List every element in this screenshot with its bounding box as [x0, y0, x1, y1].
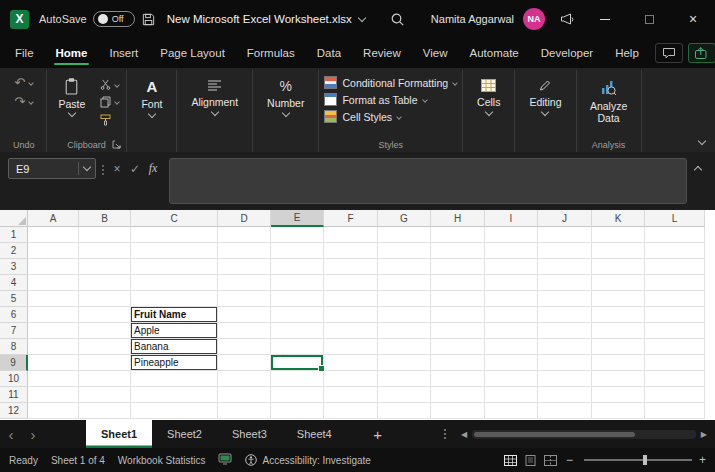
cell-J12[interactable] [538, 403, 592, 419]
accessibility-status-button[interactable]: Accessibility: Investigate [245, 454, 370, 466]
cell-B2[interactable] [79, 243, 131, 259]
cell-E1[interactable] [271, 227, 324, 243]
cell-K12[interactable] [592, 403, 645, 419]
cell-E5[interactable] [271, 291, 324, 307]
redo-button[interactable]: ↷ [14, 96, 33, 108]
cell-A10[interactable] [28, 371, 79, 387]
user-name[interactable]: Namita Aggarwal [431, 13, 514, 25]
cell-A3[interactable] [28, 259, 79, 275]
cell-H4[interactable] [431, 275, 485, 291]
cell-A12[interactable] [28, 403, 79, 419]
cell-E11[interactable] [271, 387, 324, 403]
column-header-F[interactable]: F [324, 210, 378, 227]
cell-K2[interactable] [592, 243, 645, 259]
feedback-button[interactable] [553, 5, 581, 33]
cell-G7[interactable] [378, 323, 431, 339]
cell-E8[interactable] [271, 339, 324, 355]
column-header-D[interactable]: D [218, 210, 271, 227]
paste-button[interactable]: Paste [52, 72, 93, 138]
cell-E4[interactable] [271, 275, 324, 291]
cell-I7[interactable] [485, 323, 538, 339]
column-header-C[interactable]: C [131, 210, 218, 227]
cell-D12[interactable] [218, 403, 271, 419]
row-header-9[interactable]: 9 [0, 355, 28, 371]
cell-C3[interactable] [131, 259, 218, 275]
sheet-tab-sheet1[interactable]: Sheet1 [86, 420, 152, 448]
cell-A4[interactable] [28, 275, 79, 291]
cell-L4[interactable] [645, 275, 705, 291]
cell-A6[interactable] [28, 307, 79, 323]
cell-C1[interactable] [131, 227, 218, 243]
cell-L8[interactable] [645, 339, 705, 355]
cell-L10[interactable] [645, 371, 705, 387]
cell-G10[interactable] [378, 371, 431, 387]
cell-D10[interactable] [218, 371, 271, 387]
cell-J5[interactable] [538, 291, 592, 307]
cell-C12[interactable] [131, 403, 218, 419]
cell-J3[interactable] [538, 259, 592, 275]
row-header-2[interactable]: 2 [0, 243, 28, 259]
collapse-ribbon-button[interactable] [698, 137, 706, 145]
autosave-toggle[interactable]: Off [93, 11, 135, 27]
cell-K9[interactable] [592, 355, 645, 371]
select-all-button[interactable] [0, 210, 28, 227]
menu-tab-file[interactable]: File [4, 38, 45, 68]
cell-H2[interactable] [431, 243, 485, 259]
row-header-5[interactable]: 5 [0, 291, 28, 307]
cell-G4[interactable] [378, 275, 431, 291]
cell-C2[interactable] [131, 243, 218, 259]
cell-J1[interactable] [538, 227, 592, 243]
cell-L7[interactable] [645, 323, 705, 339]
cell-D11[interactable] [218, 387, 271, 403]
cell-A8[interactable] [28, 339, 79, 355]
cell-B8[interactable] [79, 339, 131, 355]
sheet-tab-sheet2[interactable]: Sheet2 [152, 420, 217, 448]
cell-K3[interactable] [592, 259, 645, 275]
cell-H3[interactable] [431, 259, 485, 275]
search-button[interactable] [384, 5, 412, 33]
menu-tab-formulas[interactable]: Formulas [236, 38, 306, 68]
status-sheet-info[interactable]: Sheet 1 of 4 [51, 455, 105, 466]
cell-C6[interactable]: Fruit Name [131, 307, 218, 323]
alignment-menu-button[interactable]: Alignment [182, 72, 247, 152]
row-header-3[interactable]: 3 [0, 259, 28, 275]
cell-J2[interactable] [538, 243, 592, 259]
cell-I11[interactable] [485, 387, 538, 403]
minimize-button[interactable] [583, 0, 627, 38]
undo-button[interactable]: ↶ [14, 77, 33, 89]
cell-I6[interactable] [485, 307, 538, 323]
cell-K11[interactable] [592, 387, 645, 403]
cell-E7[interactable] [271, 323, 324, 339]
cell-D4[interactable] [218, 275, 271, 291]
name-box[interactable]: E9 [8, 158, 96, 179]
font-menu-button[interactable]: A Font [132, 72, 171, 152]
format-painter-button[interactable] [100, 114, 119, 126]
cell-H7[interactable] [431, 323, 485, 339]
menu-tab-page-layout[interactable]: Page Layout [149, 38, 236, 68]
cell-H9[interactable] [431, 355, 485, 371]
row-header-1[interactable]: 1 [0, 227, 28, 243]
insert-function-button[interactable]: fx [144, 158, 162, 179]
cell-G3[interactable] [378, 259, 431, 275]
column-header-J[interactable]: J [538, 210, 592, 227]
save-button[interactable] [135, 5, 163, 33]
cell-styles-button[interactable]: Cell Styles [324, 110, 457, 123]
zoom-in-button[interactable]: + [699, 453, 706, 467]
cell-H12[interactable] [431, 403, 485, 419]
cell-F5[interactable] [324, 291, 378, 307]
scroll-right-icon[interactable]: ▶ [701, 430, 707, 439]
cell-A9[interactable] [28, 355, 79, 371]
cell-I12[interactable] [485, 403, 538, 419]
cell-F2[interactable] [324, 243, 378, 259]
cell-H8[interactable] [431, 339, 485, 355]
cell-L2[interactable] [645, 243, 705, 259]
cell-L3[interactable] [645, 259, 705, 275]
cell-L11[interactable] [645, 387, 705, 403]
workbook-statistics-button[interactable]: Workbook Statistics [118, 455, 206, 466]
cell-K10[interactable] [592, 371, 645, 387]
cell-F6[interactable] [324, 307, 378, 323]
cell-I4[interactable] [485, 275, 538, 291]
cell-C11[interactable] [131, 387, 218, 403]
cell-D3[interactable] [218, 259, 271, 275]
cell-G11[interactable] [378, 387, 431, 403]
